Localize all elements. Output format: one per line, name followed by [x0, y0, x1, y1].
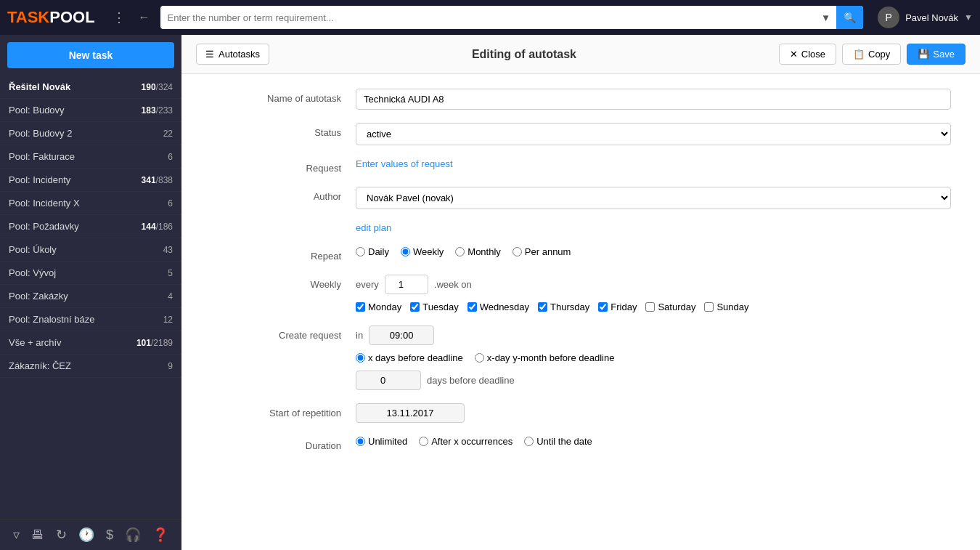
page-title: Editing of autotask [472, 48, 576, 61]
search-dropdown-button[interactable]: ▼ [815, 9, 836, 26]
user-area: P Pavel Novák ▼ [878, 7, 973, 28]
repetition-control [356, 403, 951, 423]
request-link[interactable]: Enter values of request [356, 158, 453, 169]
sidebar-item[interactable]: Řešitel Novák190/324 [0, 76, 181, 99]
sidebar-item-count: 5 [168, 268, 173, 278]
sidebar-item-count: 22 [163, 129, 173, 139]
day-checkbox-item[interactable]: Monday [356, 302, 401, 312]
day-checkbox[interactable] [645, 302, 655, 312]
save-icon: 💾 [918, 49, 929, 60]
duration-radio[interactable] [524, 437, 534, 446]
author-control: Novák Pavel (novak) [356, 187, 951, 209]
sidebar-item[interactable]: Pool: Požadavky144/186 [0, 215, 181, 238]
days-before-input[interactable] [356, 371, 421, 390]
app-logo: TASK POOL [7, 8, 95, 27]
money-icon[interactable]: $ [106, 527, 113, 543]
save-button[interactable]: 💾 Save [907, 44, 965, 65]
repeat-radio[interactable] [513, 247, 522, 256]
search-input[interactable] [160, 12, 815, 23]
duration-radio-item[interactable]: Until the date [524, 436, 592, 447]
day-checkbox-item[interactable]: Tuesday [410, 302, 458, 312]
repeat-radio-item[interactable]: Monthly [455, 246, 501, 257]
repetition-date-input[interactable] [356, 403, 465, 423]
sidebar-item[interactable]: Pool: Incidenty341/838 [0, 169, 181, 192]
day-checkbox[interactable] [598, 302, 608, 312]
status-control: activeinactive [356, 123, 951, 145]
deadline-radio[interactable] [356, 353, 365, 363]
sidebar-item[interactable]: Vše + archív101/2189 [0, 331, 181, 355]
day-checkbox[interactable] [356, 302, 365, 312]
repeat-radio-item[interactable]: Per annum [513, 246, 571, 257]
duration-radio-item[interactable]: Unlimited [356, 436, 407, 447]
sidebar-item[interactable]: Pool: Úkoly43 [0, 238, 181, 262]
name-label: Name of autotask [225, 89, 341, 104]
create-request-control: in x days before deadlinex-day y-month b… [356, 325, 951, 390]
user-chevron-icon[interactable]: ▼ [964, 12, 973, 23]
weekly-number-input[interactable] [385, 275, 428, 294]
sidebar-item[interactable]: Zákazník: ČEZ9 [0, 355, 181, 378]
deadline-radio-item[interactable]: x days before deadline [356, 352, 463, 363]
request-control: Enter values of request [356, 158, 951, 169]
print-icon[interactable]: 🖶 [31, 527, 44, 543]
sidebar-item-name: Pool: Budovy 2 [9, 128, 72, 139]
day-checkbox[interactable] [467, 302, 477, 312]
repeat-radio-item[interactable]: Weekly [401, 246, 444, 257]
repeat-radio-item[interactable]: Daily [356, 246, 389, 257]
weekly-control: every .week on MondayTuesdayWednesdayThu… [356, 275, 951, 312]
duration-radio[interactable] [419, 437, 428, 446]
sidebar-item-name: Pool: Zakázky [9, 291, 68, 302]
topbar: TASK POOL ⋮ ← ▼ 🔍 P Pavel Novák ▼ [0, 0, 980, 35]
repeat-row: Repeat DailyWeeklyMonthlyPer annum [225, 246, 951, 262]
repeat-radio[interactable] [356, 247, 365, 256]
headset-icon[interactable]: 🎧 [125, 527, 141, 543]
search-container: ▼ 🔍 [160, 6, 864, 29]
day-checkbox[interactable] [410, 302, 420, 312]
menu-icon[interactable]: ⋮ [110, 7, 128, 28]
close-button[interactable]: ✕ Close [779, 44, 836, 65]
copy-button[interactable]: 📋 Copy [842, 44, 901, 65]
sidebar-item[interactable]: Pool: Fakturace6 [0, 145, 181, 169]
repeat-radio[interactable] [401, 247, 410, 256]
sidebar-item[interactable]: Pool: Znalostní báze12 [0, 308, 181, 331]
status-select[interactable]: activeinactive [356, 123, 951, 145]
deadline-radio[interactable] [475, 353, 484, 363]
day-checkbox[interactable] [538, 302, 547, 312]
name-input[interactable] [356, 89, 951, 110]
new-task-button[interactable]: New task [7, 42, 174, 68]
sidebar-item-count: 12 [163, 315, 173, 325]
deadline-days-row: days before deadline [356, 371, 951, 390]
day-checkbox-item[interactable]: Thursday [538, 302, 589, 312]
day-checkbox-item[interactable]: Wednesday [467, 302, 529, 312]
sidebar-item[interactable]: Pool: Budovy 222 [0, 122, 181, 145]
sidebar-item-name: Řešitel Novák [9, 81, 70, 92]
sidebar-footer: ▿ 🖶 ↻ 🕐 $ 🎧 ❓ [0, 519, 181, 550]
autotasks-label: Autotasks [219, 49, 260, 60]
day-checkbox-item[interactable]: Saturday [645, 302, 695, 312]
copy-icon: 📋 [853, 49, 865, 60]
status-label: Status [225, 123, 341, 138]
help-icon[interactable]: ❓ [152, 527, 168, 543]
author-row: Author Novák Pavel (novak) [225, 187, 951, 209]
day-checkbox[interactable] [704, 302, 714, 312]
day-checkbox-item[interactable]: Friday [598, 302, 637, 312]
author-select[interactable]: Novák Pavel (novak) [356, 187, 951, 209]
filter-icon[interactable]: ▿ [13, 527, 20, 543]
days-grid: MondayTuesdayWednesdayThursdayFridaySatu… [356, 302, 951, 312]
sidebar-item[interactable]: Pool: Budovy183/233 [0, 99, 181, 122]
refresh-icon[interactable]: ↻ [56, 527, 67, 543]
back-icon[interactable]: ← [136, 8, 153, 27]
duration-radio-item[interactable]: After x occurrences [419, 436, 513, 447]
duration-radio[interactable] [356, 437, 365, 446]
edit-plan-link[interactable]: edit plan [356, 222, 391, 233]
deadline-radio-item[interactable]: x-day y-month before deadline [475, 352, 615, 363]
sidebar-item[interactable]: Pool: Vývoj5 [0, 262, 181, 285]
create-request-row: Create request in x days before deadline… [225, 325, 951, 390]
search-button[interactable]: 🔍 [836, 6, 863, 29]
autotasks-button[interactable]: ☰ Autotasks [196, 44, 269, 65]
clock-icon[interactable]: 🕐 [78, 527, 94, 543]
time-input[interactable] [369, 325, 434, 345]
repeat-radio[interactable] [455, 247, 465, 256]
sidebar-item[interactable]: Pool: Zakázky4 [0, 285, 181, 308]
day-checkbox-item[interactable]: Sunday [704, 302, 748, 312]
sidebar-item[interactable]: Pool: Incidenty X6 [0, 192, 181, 215]
